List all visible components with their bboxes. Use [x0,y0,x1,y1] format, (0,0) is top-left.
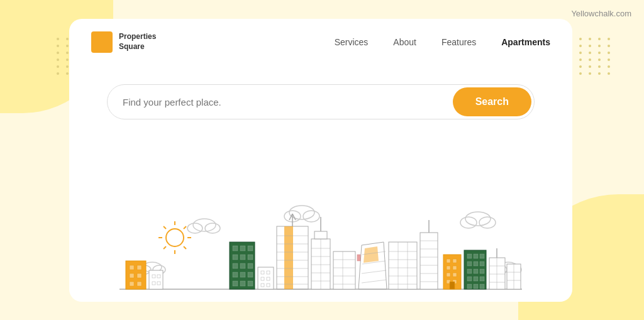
logo: Properties Square [91,31,156,53]
svg-point-1 [166,229,184,246]
svg-rect-51 [240,281,245,286]
logo-text: Properties Square [119,32,156,52]
svg-rect-32 [149,270,163,289]
svg-rect-39 [240,246,245,251]
svg-rect-30 [130,282,134,286]
city-skyline-svg [107,145,535,302]
svg-rect-29 [137,273,142,278]
svg-line-92 [362,280,386,283]
svg-rect-53 [258,267,274,289]
svg-line-91 [362,270,386,273]
svg-line-8 [164,246,166,249]
svg-rect-110 [447,259,450,263]
svg-rect-27 [137,265,142,270]
svg-rect-47 [233,272,238,277]
svg-rect-135 [489,258,505,289]
svg-rect-41 [233,255,238,260]
svg-rect-46 [248,263,253,268]
svg-rect-132 [467,284,472,289]
svg-rect-56 [261,277,264,280]
svg-point-15 [303,211,319,222]
svg-rect-133 [474,284,478,289]
main-card: Properties Square Services About Feature… [69,19,572,302]
svg-rect-81 [333,251,355,289]
svg-rect-126 [467,269,472,273]
search-button[interactable]: Search [453,87,531,116]
svg-rect-111 [453,259,457,263]
nav-item-about[interactable]: About [393,37,416,47]
svg-rect-134 [480,284,484,289]
svg-rect-34 [157,275,160,278]
svg-rect-121 [474,254,478,258]
svg-line-6 [164,226,166,229]
svg-rect-42 [240,255,245,260]
svg-rect-114 [447,273,450,277]
svg-rect-122 [480,254,484,258]
svg-rect-52 [248,281,253,286]
dot-grid-right [570,38,613,75]
svg-rect-38 [233,246,238,251]
svg-rect-54 [261,271,264,274]
svg-rect-31 [137,282,142,286]
svg-rect-115 [453,273,457,277]
svg-rect-36 [157,282,160,285]
svg-rect-25 [126,261,146,289]
svg-rect-40 [248,246,253,251]
search-bar: Search [107,84,535,119]
nav-item-features[interactable]: Features [441,37,476,47]
svg-line-7 [184,246,186,249]
svg-rect-59 [267,284,270,287]
svg-rect-43 [248,255,253,260]
svg-rect-33 [152,275,155,278]
navigation: Services About Features Apartments [335,37,550,47]
svg-point-17 [460,217,477,228]
svg-rect-127 [474,269,478,273]
svg-rect-35 [152,282,155,285]
svg-rect-120 [467,254,472,258]
svg-marker-88 [364,246,379,263]
watermark: Yellowchalk.com [571,9,631,18]
svg-rect-128 [480,269,484,273]
svg-point-12 [205,223,220,233]
nav-item-apartments[interactable]: Apartments [501,37,550,47]
svg-rect-129 [467,277,472,281]
svg-rect-49 [248,272,253,277]
svg-point-18 [479,217,496,228]
svg-rect-93 [389,242,417,289]
svg-rect-44 [233,263,238,268]
svg-rect-28 [130,273,134,278]
svg-point-13 [289,206,314,219]
svg-rect-113 [453,266,457,270]
svg-rect-131 [480,277,484,281]
svg-rect-55 [267,271,270,274]
svg-rect-101 [420,233,438,289]
svg-rect-79 [314,231,327,239]
svg-rect-112 [447,266,450,270]
svg-rect-50 [233,281,238,286]
svg-rect-123 [467,262,472,266]
svg-rect-26 [130,265,134,270]
svg-point-10 [193,219,216,231]
svg-rect-125 [480,262,484,266]
header: Properties Square Services About Feature… [69,19,572,65]
svg-rect-57 [267,277,270,280]
svg-rect-124 [474,262,478,266]
nav-item-services[interactable]: Services [335,37,369,47]
svg-line-9 [184,226,186,229]
svg-rect-118 [450,282,455,289]
svg-rect-130 [474,277,478,281]
search-input[interactable] [108,87,453,118]
search-section: Search [69,65,572,132]
skyline-illustration [107,145,535,302]
svg-rect-45 [240,263,245,268]
logo-icon [91,31,113,53]
svg-rect-48 [240,272,245,277]
svg-rect-145 [357,255,360,261]
svg-point-16 [465,212,491,226]
svg-rect-58 [261,284,264,287]
